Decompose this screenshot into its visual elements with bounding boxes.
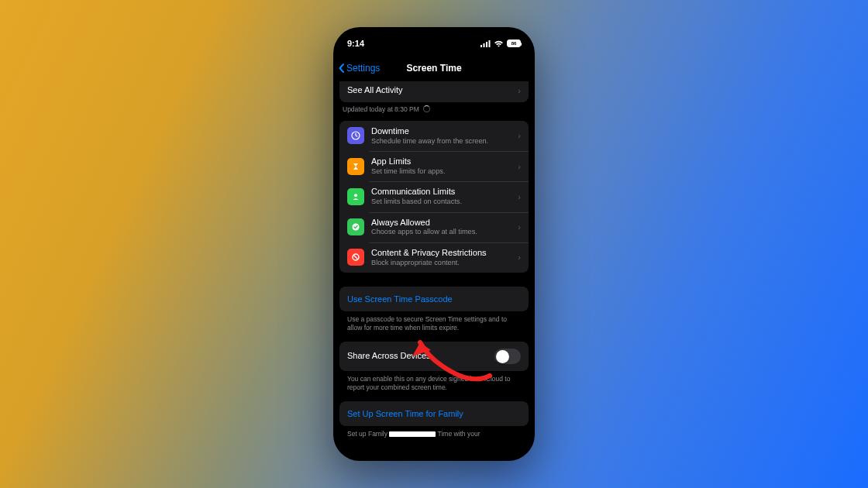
svg-rect-2 [486,42,487,47]
battery-icon: 86 [507,40,521,47]
nav-bar: Settings Screen Time [333,55,535,81]
passcode-footer: Use a passcode to secure Screen Time set… [339,311,529,332]
status-bar: 9:14 86 [333,27,535,55]
chevron-right-icon: › [518,253,521,262]
chevron-left-icon [338,63,346,74]
comm-limits-title: Communication Limits [371,187,511,198]
svg-rect-0 [480,45,482,47]
wifi-icon [494,40,504,47]
communication-limits-row[interactable]: Communication Limits Set limits based on… [339,181,529,211]
svg-rect-1 [484,43,485,47]
person-icon [347,188,364,205]
svg-point-5 [354,194,357,197]
always-allowed-title: Always Allowed [371,218,511,229]
chevron-right-icon: › [518,131,521,140]
back-label: Settings [346,63,380,74]
back-button[interactable]: Settings [338,63,380,74]
spinner-icon [423,105,430,112]
family-setup-button[interactable]: Set Up Screen Time for Family [339,401,529,426]
downtime-row[interactable]: Downtime Schedule time away from the scr… [339,121,529,151]
share-label: Share Across Devices [347,351,487,362]
content-privacy-title: Content & Privacy Restrictions [371,248,511,259]
share-toggle[interactable] [494,349,521,364]
downtime-icon [347,127,364,144]
no-symbol-icon [347,249,364,266]
content-scroll[interactable]: See All Activity › Updated today at 8:30… [333,81,535,461]
activity-card: See All Activity › [339,81,529,102]
checkmark-icon [347,218,364,235]
content-privacy-sub: Block inappropriate content. [371,259,511,268]
comm-limits-sub: Set limits based on contacts. [371,198,511,207]
see-all-activity-row[interactable]: See All Activity › [339,81,529,102]
share-footer: You can enable this on any device signed… [339,371,529,392]
phone-frame: 9:14 86 Settings Screen Time See All Act… [333,27,535,461]
always-allowed-row[interactable]: Always Allowed Choose apps to allow at a… [339,212,529,242]
chevron-right-icon: › [518,86,521,95]
chevron-right-icon: › [518,192,521,201]
downtime-title: Downtime [371,126,511,137]
downtime-sub: Schedule time away from the screen. [371,137,511,146]
updated-text: Updated today at 8:30 PM [343,105,419,113]
svg-rect-3 [489,40,491,47]
limits-card: Downtime Schedule time away from the scr… [339,121,529,273]
content-privacy-row[interactable]: Content & Privacy Restrictions Block ina… [339,242,529,273]
hourglass-icon [347,158,364,175]
share-card: Share Across Devices [339,342,529,371]
family-footer: Set up Family Time with your [339,426,529,438]
toggle-knob [496,350,509,363]
family-card: Set Up Screen Time for Family [339,401,529,426]
share-across-row: Share Across Devices [339,342,529,371]
redacted-text [389,431,436,437]
svg-line-8 [353,256,357,259]
passcode-card: Use Screen Time Passcode [339,287,529,311]
chevron-right-icon: › [518,162,521,171]
updated-line: Updated today at 8:30 PM [339,102,529,113]
see-all-label: See All Activity [347,85,403,96]
app-limits-sub: Set time limits for apps. [371,167,511,177]
chevron-right-icon: › [518,222,521,232]
signal-icon [480,40,491,47]
app-limits-title: App Limits [371,156,511,167]
always-allowed-sub: Choose apps to allow at all times. [371,228,511,237]
status-right: 86 [480,40,521,47]
app-limits-row[interactable]: App Limits Set time limits for apps. › [339,151,529,181]
status-time: 9:14 [347,39,364,48]
use-passcode-button[interactable]: Use Screen Time Passcode [339,287,529,311]
